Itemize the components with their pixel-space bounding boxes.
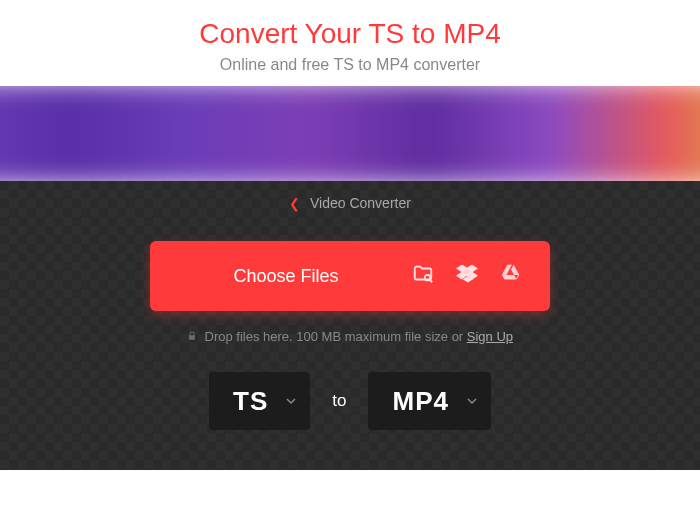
svg-point-0 — [425, 275, 431, 281]
chevron-down-icon — [467, 392, 477, 410]
target-format-select[interactable]: MP4 — [368, 372, 490, 430]
lock-icon — [187, 329, 201, 344]
choose-files-label: Choose Files — [150, 266, 402, 287]
page-subtitle: Online and free TS to MP4 converter — [0, 56, 700, 74]
dropbox-icon[interactable] — [456, 263, 478, 289]
chevron-down-icon — [286, 392, 296, 410]
drop-hint-text: Drop files here. 100 MB maximum file siz… — [205, 329, 467, 344]
source-format-label: TS — [233, 386, 268, 417]
chevron-left-icon: ❮ — [289, 196, 300, 211]
breadcrumb-label: Video Converter — [310, 195, 411, 211]
google-drive-icon[interactable] — [500, 263, 522, 289]
header: Convert Your TS to MP4 Online and free T… — [0, 0, 700, 86]
breadcrumb[interactable]: ❮ Video Converter — [0, 181, 700, 241]
source-icons — [402, 263, 550, 289]
ad-banner — [0, 86, 700, 181]
format-row: TS to MP4 — [0, 372, 700, 430]
choose-files-button[interactable]: Choose Files — [150, 241, 550, 311]
converter-panel: ❮ Video Converter Choose Files — [0, 181, 700, 470]
sign-up-link[interactable]: Sign Up — [467, 329, 513, 344]
to-label: to — [332, 391, 346, 411]
folder-search-icon[interactable] — [412, 263, 434, 289]
drop-hint: Drop files here. 100 MB maximum file siz… — [0, 311, 700, 372]
page-title: Convert Your TS to MP4 — [0, 18, 700, 50]
source-format-select[interactable]: TS — [209, 372, 310, 430]
target-format-label: MP4 — [392, 386, 448, 417]
